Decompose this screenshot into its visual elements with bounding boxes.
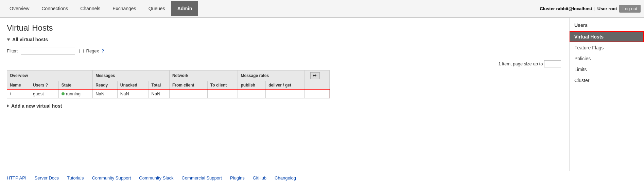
page-size-row: 1 item, page size up to 100: [7, 60, 562, 67]
sidebar-item-limits[interactable]: Limits: [570, 64, 644, 75]
state-label: running: [66, 91, 81, 96]
section-label: All virtual hosts: [12, 37, 48, 42]
nav-tabs: OverviewConnectionsChannelsExchangesQueu…: [3, 1, 198, 16]
col-users: Users ?: [30, 81, 59, 90]
user-cluster-info: Cluster rabbit@localhost | User root Log…: [540, 5, 641, 13]
collapse-icon[interactable]: [7, 38, 10, 41]
sidebar-item-feature-flags[interactable]: Feature Flags: [570, 42, 644, 53]
col-ready: Ready: [93, 81, 118, 90]
cluster-label: Cluster: [540, 6, 555, 11]
footer-link-server-docs[interactable]: Server Docs: [35, 175, 59, 181]
content-area: Virtual Hosts All virtual hosts Filter: …: [0, 18, 569, 171]
filter-row: Filter: Regex ?: [7, 47, 562, 55]
footer: HTTP APIServer DocsTutorialsCommunity Su…: [0, 171, 644, 185]
expand-icon: [7, 104, 9, 108]
section-header: All virtual hosts: [7, 37, 562, 42]
sidebar-item-virtual-hosts[interactable]: Virtual Hosts: [570, 31, 644, 42]
user-label: User: [597, 6, 607, 11]
col-to-client: To client: [207, 81, 238, 90]
group-message-rates: Message rates: [238, 70, 304, 81]
nav-tab-queues[interactable]: Queues: [142, 1, 171, 16]
sidebar-title: Users: [570, 21, 644, 31]
regex-label[interactable]: Regex: [86, 48, 99, 53]
main-layout: Virtual Hosts All virtual hosts Filter: …: [0, 18, 644, 171]
state-dot: [62, 92, 65, 95]
help-link[interactable]: ?: [102, 49, 104, 53]
sidebar-items: Virtual HostsFeature FlagsPoliciesLimits…: [570, 31, 644, 86]
filter-label: Filter:: [7, 48, 18, 53]
table-row[interactable]: /guestrunningNaNNaNNaN: [7, 90, 330, 98]
col-unacked: Unacked: [117, 81, 149, 90]
plusminus-button[interactable]: +/-: [310, 72, 320, 79]
vhost-table: Overview Messages Network Message rates …: [7, 70, 330, 98]
logout-button[interactable]: Log out: [619, 5, 641, 13]
group-messages: Messages: [93, 70, 170, 81]
col-publish: publish: [238, 81, 266, 90]
add-vhost-section[interactable]: Add a new virtual host: [7, 103, 562, 109]
page-size-input[interactable]: 100: [544, 60, 561, 67]
col-deliver-get: deliver / get: [266, 81, 305, 90]
col-empty: [304, 81, 329, 90]
regex-checkbox[interactable]: [79, 49, 84, 53]
group-network: Network: [169, 70, 238, 81]
vhost-table-container: Overview Messages Network Message rates …: [7, 70, 562, 98]
footer-link-community-slack[interactable]: Community Slack: [139, 175, 173, 181]
top-navigation: OverviewConnectionsChannelsExchangesQueu…: [0, 0, 644, 18]
footer-link-github[interactable]: GitHub: [253, 175, 266, 181]
group-overview: Overview: [7, 70, 93, 81]
add-vhost-label[interactable]: Add a new virtual host: [11, 103, 62, 109]
footer-link-commercial-support[interactable]: Commercial Support: [182, 175, 222, 181]
sidebar-item-policies[interactable]: Policies: [570, 53, 644, 64]
col-state: State: [58, 81, 93, 90]
footer-link-plugins[interactable]: Plugins: [230, 175, 245, 181]
nav-tab-channels[interactable]: Channels: [74, 1, 106, 16]
plusminus-header[interactable]: +/-: [304, 70, 329, 81]
user-info: User root: [597, 6, 617, 11]
cluster-value: rabbit@localhost: [556, 6, 592, 11]
col-total: Total: [149, 81, 169, 90]
page-title: Virtual Hosts: [7, 23, 562, 33]
sidebar-item-cluster[interactable]: Cluster: [570, 75, 644, 86]
col-name: Name: [7, 81, 30, 90]
state-badge: running: [62, 91, 81, 96]
sidebar: Users Virtual HostsFeature FlagsPolicies…: [569, 18, 644, 171]
nav-tab-overview[interactable]: Overview: [3, 1, 35, 16]
page-size-text: 1 item, page size up to: [499, 61, 543, 66]
footer-link-http-api[interactable]: HTTP API: [7, 175, 27, 181]
footer-link-tutorials[interactable]: Tutorials: [67, 175, 84, 181]
footer-link-community-support[interactable]: Community Support: [92, 175, 131, 181]
nav-tab-connections[interactable]: Connections: [35, 1, 74, 16]
nav-tab-exchanges[interactable]: Exchanges: [106, 1, 142, 16]
footer-link-changelog[interactable]: Changelog: [275, 175, 296, 181]
user-name: root: [608, 6, 617, 11]
nav-tab-admin[interactable]: Admin: [171, 1, 198, 16]
cluster-info: Cluster rabbit@localhost: [540, 6, 592, 11]
filter-input[interactable]: [21, 47, 75, 55]
col-from-client: From client: [169, 81, 207, 90]
